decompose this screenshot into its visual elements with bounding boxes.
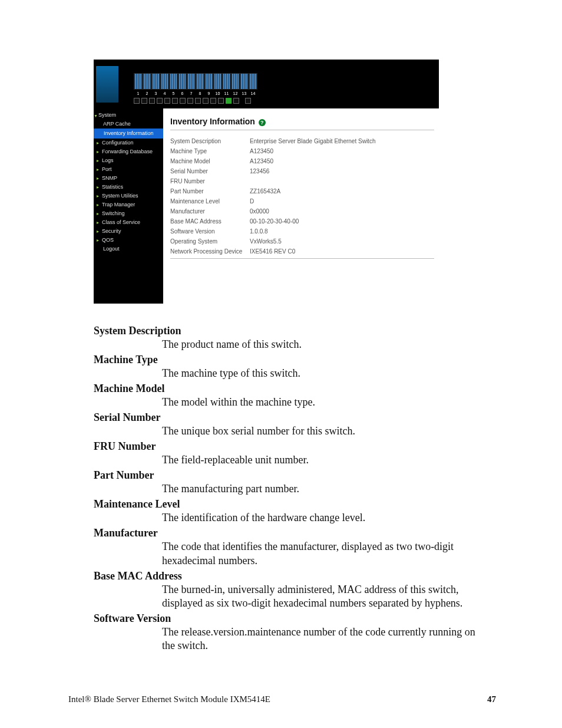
info-label: Network Processing Device [170,248,250,255]
port-label-13: 13 [240,91,249,97]
port-label-12: 12 [231,91,240,97]
port-panel: 1234567891011121314 [134,73,257,104]
definition-term: Part Number [94,469,490,482]
info-value: 00-10-20-30-40-00 [250,218,299,225]
port-6[interactable] [178,73,187,90]
sidebar-item-snmp[interactable]: SNMP [94,174,163,183]
sidebar-item-forwarding-database[interactable]: Forwarding Database [94,147,163,156]
port-label-2: 2 [143,91,151,97]
definition-term: Manufacturer [94,526,490,540]
port-status-3 [149,98,155,104]
info-label: Serial Number [170,168,250,174]
info-value: A123450 [250,158,273,164]
info-label: Machine Model [170,158,250,164]
sidebar-item-port[interactable]: Port [94,165,163,174]
sidebar-item-system-utilities[interactable]: System Utilities [94,192,163,200]
port-status-1 [134,98,140,104]
sidebar-item-statistics[interactable]: Statistics [94,183,163,192]
sidebar-item-logs[interactable]: Logs [94,156,163,165]
port-13[interactable] [240,73,249,90]
port-label-3: 3 [151,91,160,97]
info-label: FRU Number [170,178,250,185]
info-value: 1.0.0.8 [250,228,268,235]
info-label: Manufacturer [170,208,250,215]
definition-term: FRU Number [94,440,490,453]
port-label-6: 6 [178,91,187,97]
port-2[interactable] [143,73,151,90]
page-footer: Intel® Blade Server Ethernet Switch Modu… [68,694,496,704]
port-11[interactable] [222,73,231,90]
inventory-screenshot: 1234567891011121314 SystemARP CacheInven… [94,60,439,304]
info-value: ZZ165432A [250,188,280,195]
sidebar-item-configuration[interactable]: Configuration [94,139,163,147]
info-value: Enterprise Server Blade Gigabit Ethernet… [250,138,375,144]
info-row: Base MAC Address00-10-20-30-40-00 [170,216,434,226]
info-row: Manufacturer0x0000 [170,206,434,216]
port-3[interactable] [151,73,160,90]
port-status-7 [180,98,186,104]
definition-term: Machine Type [94,353,490,367]
port-12[interactable] [231,73,240,90]
sidebar-item-security[interactable]: Security [94,227,163,236]
definition-term: Serial Number [94,411,490,424]
info-row: Operating SystemVxWorks5.5 [170,236,434,246]
definition-term: Machine Model [94,382,490,396]
info-row: System DescriptionEnterprise Server Blad… [170,136,434,146]
sidebar-item-switching[interactable]: Switching [94,209,163,218]
banner: 1234567891011121314 [94,60,439,108]
port-label-11: 11 [222,91,231,97]
info-value: 0x0000 [250,208,269,215]
port-9[interactable] [204,73,213,90]
info-row: FRU Number [170,176,434,186]
info-row: Machine ModelA123450 [170,156,434,166]
port-label-9: 9 [204,91,213,97]
definition-term: Software Version [94,612,490,625]
definition-desc: The manufacturing part number. [162,482,490,496]
sidebar-item-inventory-information[interactable]: Inventory Information [94,129,163,139]
help-icon[interactable]: ? [259,119,266,126]
page-number: 47 [487,694,496,704]
port-label-10: 10 [213,91,222,97]
info-row: Serial Number123456 [170,166,434,176]
port-status-9 [195,98,201,104]
port-10[interactable] [213,73,222,90]
info-row: Network Processing DeviceIXE5416 REV C0 [170,246,434,259]
definition-desc: The model within the machine type. [162,396,490,409]
sidebar-item-system[interactable]: System [94,111,163,120]
device-logo [96,66,118,103]
info-label: Operating System [170,238,250,245]
port-status-13 [226,98,232,104]
port-status-12 [218,98,224,104]
definition-term: Maintenance Level [94,498,490,511]
sidebar-item-arp-cache[interactable]: ARP Cache [94,120,163,129]
port-status-2 [141,98,147,104]
info-label: System Description [170,138,250,144]
info-value: A123450 [250,148,273,154]
info-label: Base MAC Address [170,218,250,225]
port-8[interactable] [196,73,204,90]
port-7[interactable] [187,73,196,90]
definition-desc: The product name of this switch. [162,338,490,351]
port-1[interactable] [134,73,143,90]
info-row: Part NumberZZ165432A [170,186,434,196]
definition-desc: The release.version.maintenance number o… [162,625,490,653]
definition-term: System Description [94,324,490,338]
port-4[interactable] [160,73,169,90]
port-label-7: 7 [187,91,196,97]
sidebar-item-trap-manager[interactable]: Trap Manager [94,200,163,209]
port-label-14: 14 [249,91,257,97]
content-pane: Inventory Information ? System Descripti… [163,108,439,304]
sidebar-item-qos[interactable]: QOS [94,236,163,245]
port-14[interactable] [249,73,257,90]
nav-sidebar: SystemARP CacheInventory InformationConf… [94,108,163,304]
definition-desc: The burned-in, universally administered,… [162,583,490,610]
definition-desc: The field-replaceable unit number. [162,453,490,467]
sidebar-item-logout[interactable]: Logout [94,245,163,253]
info-label: Machine Type [170,148,250,154]
port-5[interactable] [169,73,178,90]
sidebar-item-class-of-service[interactable]: Class of Service [94,218,163,227]
info-value: D [250,198,254,205]
port-label-8: 8 [196,91,204,97]
definition-desc: The unique box serial number for this sw… [162,424,490,438]
port-label-1: 1 [134,91,143,97]
